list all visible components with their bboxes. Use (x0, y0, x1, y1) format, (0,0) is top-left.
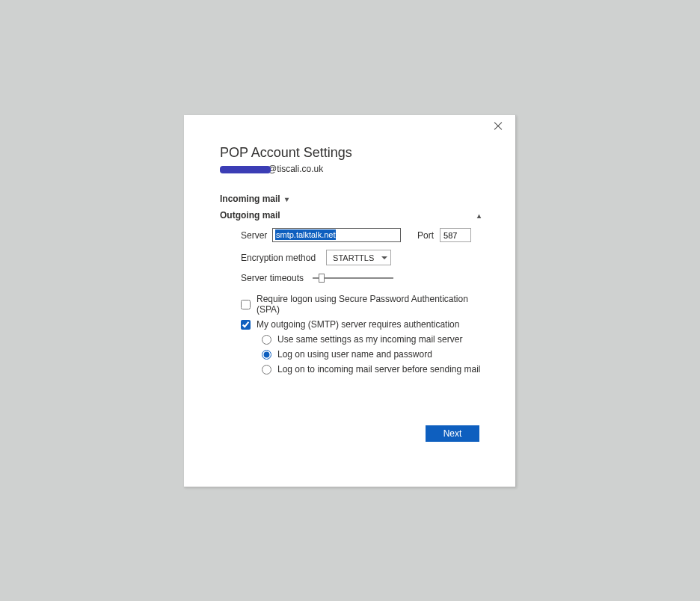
port-label: Port (417, 230, 434, 241)
port-input[interactable] (440, 228, 471, 242)
radio-same-settings[interactable]: Use same settings as my incoming mail se… (262, 334, 485, 345)
radio-logon-input[interactable] (262, 350, 271, 360)
redacted-username (220, 166, 271, 173)
section-outgoing-mail[interactable]: Outgoing mail ▴ (220, 207, 485, 224)
close-icon[interactable] (493, 121, 503, 132)
page-title: POP Account Settings (220, 145, 485, 161)
encryption-value: STARTTLS (333, 253, 374, 262)
dialog-body: POP Account Settings @tiscali.co.uk Inco… (184, 115, 515, 375)
radio-logon-before[interactable]: Log on to incoming mail server before se… (262, 364, 485, 375)
server-timeouts-slider[interactable] (313, 274, 393, 283)
slider-thumb[interactable] (319, 274, 325, 283)
auth-radio-group: Use same settings as my incoming mail se… (241, 334, 485, 375)
server-label: Server (241, 230, 266, 241)
email-domain: @tiscali.co.uk (268, 164, 323, 174)
radio-before-label: Log on to incoming mail server before se… (277, 364, 480, 375)
slider-track (313, 277, 393, 279)
server-field-wrap: smtp.talktalk.net (272, 228, 401, 242)
chevron-down-icon: ▾ (285, 195, 289, 203)
radio-same-input[interactable] (262, 335, 271, 345)
section-label: Incoming mail (220, 194, 280, 204)
section-label: Outgoing mail (220, 210, 280, 221)
server-value-highlight: smtp.talktalk.net (275, 229, 336, 240)
caret-down-icon (381, 256, 387, 259)
account-settings-dialog: POP Account Settings @tiscali.co.uk Inco… (184, 115, 516, 487)
next-button[interactable]: Next (426, 425, 479, 442)
section-incoming-mail[interactable]: Incoming mail ▾ (220, 191, 485, 207)
smtp-auth-label: My outgoing (SMTP) server requires authe… (257, 319, 459, 330)
spa-checkbox[interactable] (241, 300, 251, 309)
radio-logon[interactable]: Log on using user name and password (262, 349, 485, 360)
radio-logon-label: Log on using user name and password (277, 349, 432, 360)
spa-checkbox-row[interactable]: Require logon using Secure Password Auth… (241, 294, 485, 315)
spa-label: Require logon using Secure Password Auth… (257, 294, 485, 315)
smtp-auth-checkbox-row[interactable]: My outgoing (SMTP) server requires authe… (241, 319, 485, 330)
outgoing-form: Server smtp.talktalk.net Port Encryption… (220, 224, 485, 375)
smtp-auth-checkbox[interactable] (241, 320, 251, 330)
server-timeouts-label: Server timeouts (241, 273, 304, 283)
radio-same-label: Use same settings as my incoming mail se… (277, 334, 462, 345)
encryption-label: Encryption method (241, 253, 316, 263)
chevron-up-icon: ▴ (477, 212, 481, 220)
encryption-method-select[interactable]: STARTTLS (326, 250, 391, 265)
account-email: @tiscali.co.uk (220, 164, 485, 174)
radio-before-input[interactable] (262, 365, 271, 375)
